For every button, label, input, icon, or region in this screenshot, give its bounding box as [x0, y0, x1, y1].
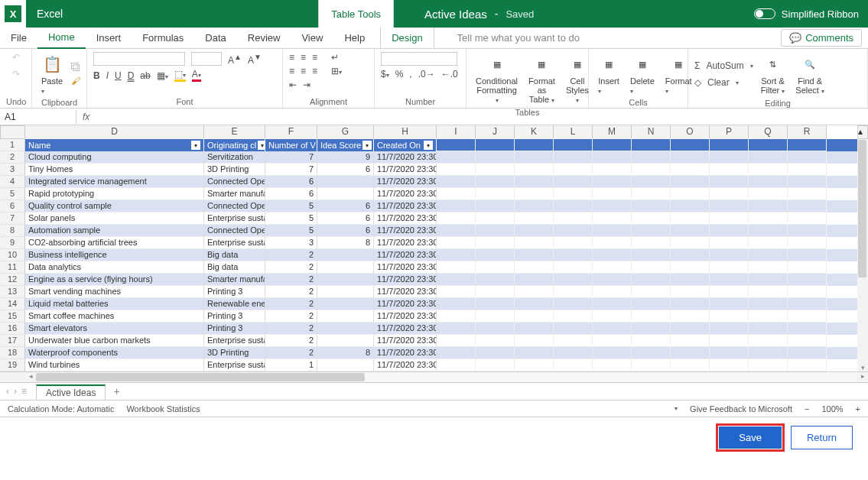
clear-button[interactable]: ◇ Clear ▾	[694, 77, 753, 88]
tab-home[interactable]: Home	[37, 28, 86, 49]
col-header-R[interactable]: R	[788, 125, 827, 139]
decrease-indent-icon[interactable]: ⇤	[289, 79, 297, 90]
currency-icon[interactable]: $▾	[381, 69, 389, 79]
undo-icon[interactable]: ↶	[12, 52, 20, 63]
col-header-N[interactable]: N	[632, 125, 671, 139]
align-left-icon[interactable]: ≡	[289, 66, 294, 76]
cell-styles-button[interactable]: ▦ Cell Styles ▾	[563, 52, 592, 106]
decrease-font-icon[interactable]: A▼	[248, 53, 262, 66]
workbook-stats[interactable]: Workbook Statistics	[126, 404, 200, 414]
sheet-tab-active[interactable]: Active Ideas	[36, 384, 106, 401]
col-header-M[interactable]: M	[593, 125, 632, 139]
row-header-19[interactable]: 19	[0, 359, 25, 371]
copy-icon[interactable]: ⿻	[71, 62, 80, 73]
feedback-link[interactable]: Give Feedback to Microsoft	[690, 404, 792, 414]
align-bot-icon[interactable]: ≡	[312, 52, 317, 63]
filter-icon[interactable]: ▾	[362, 141, 372, 150]
autosum-button[interactable]: Σ AutoSum ▾	[694, 60, 753, 71]
sheet-list-icon[interactable]: ≡	[21, 386, 27, 397]
double-underline-button[interactable]: D	[128, 70, 135, 81]
zoom-in-button[interactable]: +	[856, 404, 860, 414]
table-header[interactable]: Created On▾	[374, 139, 437, 151]
col-header-L[interactable]: L	[554, 125, 593, 139]
formula-input[interactable]	[96, 115, 868, 118]
add-sheet-button[interactable]: +	[106, 385, 127, 397]
format-as-table-button[interactable]: ▦ Format as Table ▾	[525, 52, 558, 106]
increase-font-icon[interactable]: A▲	[228, 53, 242, 66]
table-row[interactable]: Smart vending machinesPrinting 3211/7/20…	[25, 286, 857, 298]
sheet-next-icon[interactable]: ›	[14, 386, 17, 397]
table-header[interactable]: Name▾	[25, 139, 204, 151]
paste-button[interactable]: 📋 Paste ▾	[38, 52, 67, 96]
align-right-icon[interactable]: ≡	[312, 66, 317, 76]
increase-decimal-icon[interactable]: .0→	[418, 69, 435, 79]
tab-insert[interactable]: Insert	[86, 28, 132, 49]
merge-icon[interactable]: ⊞▾	[331, 66, 342, 76]
col-header-J[interactable]: J	[476, 125, 515, 139]
table-row[interactable]: Engine as a service (flying hours)Smarte…	[25, 274, 857, 286]
delete-cells-button[interactable]: ▦ Delete▾	[627, 52, 658, 96]
vscroll-down[interactable]: ▾	[857, 364, 868, 371]
row-header-13[interactable]: 13	[0, 286, 25, 298]
zoom-out-button[interactable]: −	[805, 404, 809, 414]
number-format-select[interactable]	[381, 52, 457, 66]
row-header-2[interactable]: 2	[0, 151, 25, 164]
table-header[interactable]: Number of V▾	[265, 139, 317, 151]
format-painter-icon[interactable]: 🖌	[71, 76, 80, 86]
filter-icon[interactable]: ▾	[191, 141, 200, 150]
table-row[interactable]: Tiny Homes3D Printing7611/7/2020 23:30	[25, 164, 857, 176]
fill-color-button[interactable]: ⬚▾	[174, 69, 186, 82]
filter-icon[interactable]: ▾	[424, 141, 433, 150]
horizontal-scrollbar[interactable]: ◂ ▸	[25, 371, 868, 382]
row-header-16[interactable]: 16	[0, 323, 25, 335]
fx-icon[interactable]: fx	[76, 112, 96, 122]
return-button[interactable]: Return	[791, 426, 853, 449]
name-box[interactable]: A1	[0, 110, 76, 124]
row-header-1[interactable]: 1	[0, 139, 25, 151]
align-top-icon[interactable]: ≡	[289, 52, 294, 63]
row-header-9[interactable]: 9	[0, 237, 25, 249]
font-color-button[interactable]: A▾	[192, 69, 201, 82]
row-header-5[interactable]: 5	[0, 188, 25, 200]
row-header-8[interactable]: 8	[0, 225, 25, 237]
table-row[interactable]: Cloud computingServitization7911/7/2020 …	[25, 151, 857, 164]
italic-button[interactable]: I	[106, 70, 109, 81]
tab-file[interactable]: File	[0, 28, 37, 49]
col-header-O[interactable]: O	[671, 125, 710, 139]
underline-button[interactable]: U	[115, 70, 122, 81]
col-header-E[interactable]: E	[204, 125, 265, 139]
increase-indent-icon[interactable]: ⇥	[303, 79, 310, 90]
strikethrough-button[interactable]: ab	[140, 70, 150, 81]
table-row[interactable]: Automation sampleConnected Oper5611/7/20…	[25, 225, 857, 237]
col-header-K[interactable]: K	[515, 125, 554, 139]
table-row[interactable]: Smart coffee machinesPrinting 3211/7/202…	[25, 310, 857, 323]
simplified-ribbon-toggle[interactable]: Simplified Ribbon	[754, 8, 868, 20]
align-mid-icon[interactable]: ≡	[301, 52, 306, 63]
row-header-14[interactable]: 14	[0, 298, 25, 310]
tab-design[interactable]: Design	[380, 28, 434, 49]
row-header-18[interactable]: 18	[0, 347, 25, 359]
tab-review[interactable]: Review	[237, 28, 291, 49]
col-header-F[interactable]: F	[265, 125, 317, 139]
table-header[interactable]: Idea Score▾	[317, 139, 374, 151]
col-header-D[interactable]: D	[25, 125, 204, 139]
sheet-prev-icon[interactable]: ‹	[6, 386, 9, 397]
table-row[interactable]: Integrated service managementConnected O…	[25, 176, 857, 188]
font-size-select[interactable]	[191, 52, 222, 66]
table-header[interactable]: Originating cl▾	[204, 139, 265, 151]
row-header-10[interactable]: 10	[0, 249, 25, 261]
table-row[interactable]: Solar panelsEnterprise susta5611/7/2020 …	[25, 212, 857, 225]
save-button[interactable]: Save	[719, 426, 782, 449]
decrease-decimal-icon[interactable]: ←.0	[441, 69, 458, 79]
conditional-formatting-button[interactable]: ▦ Conditional Formatting ▾	[473, 52, 521, 106]
calc-mode[interactable]: Calculation Mode: Automatic	[8, 404, 114, 414]
table-row[interactable]: Smart elevatorsPrinting 3211/7/2020 23:3…	[25, 323, 857, 335]
row-header-4[interactable]: 4	[0, 176, 25, 188]
redo-icon[interactable]: ↷	[12, 69, 20, 79]
select-all-corner[interactable]	[0, 125, 25, 139]
table-row[interactable]: Liquid metal batteriesRenewable ener211/…	[25, 298, 857, 310]
col-header-G[interactable]: G	[317, 125, 374, 139]
table-row[interactable]: Quality control sampleConnected Oper5611…	[25, 200, 857, 212]
table-row[interactable]: Waterproof components3D Printing2811/7/2…	[25, 347, 857, 359]
sort-filter-button[interactable]: ⇅ Sort & Filter ▾	[758, 52, 788, 97]
